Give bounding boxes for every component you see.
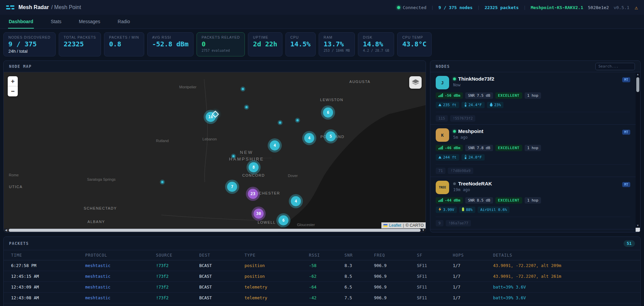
packet-cell-rssi: -58 bbox=[309, 263, 344, 268]
tab-radio[interactable]: Radio bbox=[117, 15, 131, 29]
packet-row[interactable]: 12:43:08 AMmeshtastic!73f2BCASTtelemetry… bbox=[4, 293, 640, 303]
packet-cell-freq: 906.9 bbox=[374, 263, 417, 268]
scroll-down-arrow-icon[interactable]: ▼ bbox=[637, 224, 639, 228]
stat-card-label: NODES DISCOVERED bbox=[8, 35, 51, 39]
node-status-dot-icon bbox=[453, 130, 456, 133]
packet-cell-protocol: meshtastic bbox=[85, 263, 156, 268]
node-env-badges: 244 ft24.0°F bbox=[436, 154, 630, 161]
node-header: JThinkNode73f2NowMT bbox=[436, 76, 630, 89]
stat-card-value: 22325 bbox=[64, 40, 96, 48]
warning-triangle-icon[interactable]: ⚠ bbox=[635, 4, 638, 11]
stat-card-cpu-temp: CPU TEMP43.8°C bbox=[397, 32, 431, 56]
node-marker-dot[interactable] bbox=[241, 87, 245, 91]
cluster-marker[interactable]: 4 bbox=[268, 138, 282, 152]
leaflet-map[interactable]: MontpelierAUGUSTALEWISTONRutlandLebanonN… bbox=[4, 72, 426, 232]
cluster-marker[interactable]: 23 bbox=[246, 187, 260, 201]
node-env-badge: 24.0°F bbox=[462, 154, 485, 161]
node-stat-badge-gray: 1 hop bbox=[525, 197, 541, 204]
tab-messages[interactable]: Messages bbox=[78, 15, 101, 29]
map-attribution: Leaflet | © CARTO bbox=[381, 222, 426, 228]
node-list-item[interactable]: TWRTower Relay41m agoMT-55 dBmSNR 7.3 dB… bbox=[430, 229, 636, 232]
cluster-marker[interactable]: 5 bbox=[324, 129, 338, 143]
node-list-item[interactable]: JThinkNode73f2NowMT-56 dBmSNR 7.5 dBEXCE… bbox=[430, 72, 636, 125]
layers-control-button[interactable] bbox=[409, 76, 422, 89]
horizontal-scroll-thumb[interactable] bbox=[9, 229, 421, 232]
divider: | bbox=[431, 5, 434, 10]
app-subtitle: / Mesh Point bbox=[51, 4, 81, 10]
leaflet-link[interactable]: Leaflet bbox=[389, 223, 401, 228]
scrollbar-corner bbox=[636, 228, 640, 232]
cluster-marker[interactable]: 4 bbox=[289, 194, 303, 208]
zoom-out-button[interactable]: − bbox=[8, 86, 18, 96]
packet-row[interactable]: 12:42:56 AMmeshtastic!73f2BCASTtelemetry… bbox=[4, 303, 640, 306]
stat-card-value: 14.8% bbox=[363, 40, 389, 48]
stat-card-value: 13.7% bbox=[324, 40, 350, 48]
node-name-row: Meshpoint bbox=[453, 128, 483, 134]
node-packet-count: 115 bbox=[436, 115, 448, 122]
divider: | bbox=[523, 5, 526, 10]
node-env-badge: 23% bbox=[487, 102, 504, 108]
packet-row[interactable]: 12:43:09 AMmeshtastic!73f2BCASTtelemetry… bbox=[4, 282, 640, 293]
main-content: NODE MAP MontpelierAUGUSTALEWISTONRutlan… bbox=[3, 60, 641, 232]
avatar: J bbox=[436, 76, 449, 89]
node-mt-badge: MT bbox=[622, 77, 630, 82]
packet-cell-sf: SF11 bbox=[417, 295, 453, 300]
packet-cell-dest: BCAST bbox=[199, 274, 245, 279]
packets-count-stat: 22325 packets bbox=[485, 5, 519, 10]
column-header-dest: DEST bbox=[199, 253, 245, 258]
stat-card-label: TOTAL PACKETS bbox=[64, 35, 96, 39]
nodes-search-input[interactable] bbox=[595, 63, 635, 70]
node-marker-dot[interactable] bbox=[278, 121, 282, 125]
node-env-badges: 235 ft24.4°F23% bbox=[436, 102, 630, 108]
packet-cell-time: 12:45:15 AM bbox=[11, 274, 85, 279]
cluster-count: 7 bbox=[227, 182, 237, 192]
zoom-in-button[interactable]: + bbox=[8, 76, 18, 86]
attribution-separator: | bbox=[403, 223, 404, 228]
node-mt-badge: MT bbox=[622, 130, 630, 135]
vertical-scroll-thumb[interactable] bbox=[636, 77, 639, 92]
packet-row[interactable]: 6:27:58 PMmeshtastic!73f2BCASTposition-5… bbox=[4, 260, 640, 271]
packet-cell-snr: 8.5 bbox=[344, 274, 374, 279]
cluster-marker[interactable]: 30 bbox=[252, 207, 266, 221]
packet-cell-sf: SF11 bbox=[417, 274, 453, 279]
tab-dashboard[interactable]: Dashboard bbox=[8, 15, 34, 29]
badge-text: -44 dBm bbox=[445, 198, 460, 203]
badge-text: EXCELLENT bbox=[498, 93, 520, 98]
packet-cell-snr: 6.5 bbox=[344, 285, 374, 290]
packet-cell-snr: 8.3 bbox=[344, 263, 374, 268]
node-marker-dot[interactable] bbox=[296, 119, 300, 122]
app-title: Mesh Radar bbox=[18, 4, 49, 10]
node-last-seen: 5m ago bbox=[453, 135, 483, 140]
badge-text: 23% bbox=[494, 103, 501, 107]
alt-icon bbox=[438, 103, 441, 107]
node-hex-id: !557673f2 bbox=[450, 115, 476, 122]
signal-bars-icon bbox=[438, 198, 443, 203]
node-list-item[interactable]: KMeshpoint5m agoMT-46 dBmSNR 7.8 dBEXCEL… bbox=[430, 125, 636, 177]
cluster-marker[interactable]: 6 bbox=[321, 105, 335, 120]
cluster-marker[interactable]: 7 bbox=[225, 180, 239, 194]
stat-cards-row: NODES DISCOVERED9 / 37524h / totalTOTAL … bbox=[3, 32, 641, 56]
node-marker-dot[interactable] bbox=[161, 180, 164, 184]
packets-panel-header: PACKETS 51 bbox=[4, 237, 640, 250]
tab-stats[interactable]: Stats bbox=[50, 15, 62, 29]
packet-cell-hops: 1/7 bbox=[453, 285, 493, 290]
cluster-count: 8 bbox=[249, 162, 259, 172]
node-stat-badge-rssi: -56 dBm bbox=[436, 92, 463, 99]
packet-row[interactable]: 12:45:15 AMmeshtastic!73f2BCASTposition-… bbox=[4, 271, 640, 282]
cluster-marker[interactable]: 8 bbox=[247, 160, 261, 174]
node-marker-dot[interactable] bbox=[245, 105, 249, 109]
column-header-snr: SNR bbox=[344, 253, 374, 258]
node-list-item[interactable]: TREETreeNodeRAK19m agoMT-44 dBmSNR 8.5 d… bbox=[430, 177, 636, 229]
cluster-count: 5 bbox=[326, 131, 336, 141]
scroll-right-arrow-icon[interactable]: ▼ bbox=[421, 228, 426, 232]
cluster-marker[interactable]: 4 bbox=[302, 131, 316, 145]
column-header-hops: HOPS bbox=[453, 253, 493, 258]
stat-card-label: DISK bbox=[363, 35, 389, 39]
cluster-marker[interactable]: 6 bbox=[276, 213, 290, 227]
scroll-left-arrow-icon[interactable]: ◀ bbox=[4, 228, 8, 232]
packet-cell-freq: 906.9 bbox=[374, 274, 417, 279]
column-header-sf: SF bbox=[417, 253, 453, 258]
badge-text: -46 dBm bbox=[445, 146, 460, 150]
scroll-up-arrow-icon[interactable]: ▲ bbox=[637, 73, 639, 77]
node-marker-dot[interactable] bbox=[232, 155, 235, 158]
